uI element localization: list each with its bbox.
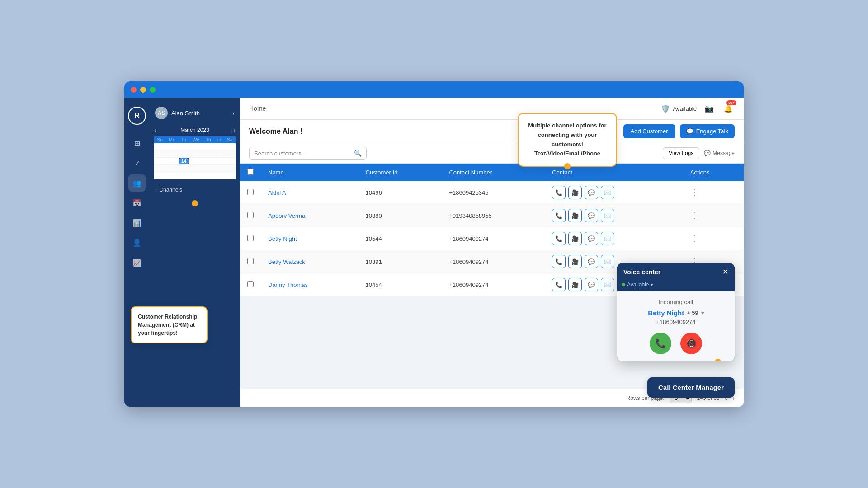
sidebar-icon-users[interactable]: 👥 bbox=[128, 174, 146, 192]
row-checkbox[interactable] bbox=[247, 212, 254, 218]
calendar-day[interactable]: 10 bbox=[214, 150, 224, 158]
calendar-day[interactable]: 26 bbox=[154, 172, 165, 179]
call-button[interactable]: 📞 bbox=[552, 255, 566, 268]
call-button[interactable]: 📞 bbox=[552, 278, 566, 291]
call-button[interactable]: 📞 bbox=[552, 232, 566, 245]
calendar-day[interactable]: 1 bbox=[189, 143, 203, 150]
calendar-day[interactable]: 4 bbox=[224, 143, 236, 150]
vc-caller-chevron: ▾ bbox=[701, 310, 704, 316]
accept-call-button[interactable]: 📞 bbox=[650, 333, 671, 354]
calendar-day[interactable]: 7 bbox=[179, 150, 189, 158]
calendar-day[interactable]: 6 bbox=[165, 150, 179, 158]
sidebar-icon-check[interactable]: ✓ bbox=[128, 155, 146, 172]
contact-actions-cell: 📞 🎥 💬 ✉️ bbox=[545, 227, 683, 250]
sidebar-icon-grid[interactable]: ⊞ bbox=[128, 135, 146, 152]
engage-talk-button[interactable]: 💬 Engage Talk bbox=[680, 124, 735, 138]
calendar-day[interactable]: 9 bbox=[203, 150, 214, 158]
select-all-checkbox[interactable] bbox=[247, 169, 254, 175]
user-profile[interactable]: AS Alan Smith ▾ bbox=[150, 103, 240, 123]
email-button[interactable]: ✉️ bbox=[601, 278, 614, 291]
minimize-traffic-light[interactable] bbox=[140, 87, 146, 93]
calendar-day[interactable]: 11 bbox=[224, 150, 236, 158]
calendar-day[interactable]: 12 bbox=[154, 158, 165, 165]
calendar-day[interactable]: 1 bbox=[224, 172, 236, 179]
calendar-day[interactable]: 16 bbox=[203, 158, 214, 165]
calendar-day[interactable]: 18 bbox=[224, 158, 236, 165]
calendar-day[interactable]: 13 bbox=[165, 158, 179, 165]
video-button[interactable]: 🎥 bbox=[568, 232, 582, 245]
search-input[interactable] bbox=[254, 150, 354, 157]
calendar-day[interactable]: 28 bbox=[179, 172, 189, 179]
video-button[interactable]: 🎥 bbox=[568, 255, 582, 268]
notification-button[interactable]: 📷 bbox=[703, 102, 716, 115]
call-button[interactable]: 📞 bbox=[552, 186, 566, 199]
calendar-prev-button[interactable]: ‹ bbox=[154, 127, 156, 134]
calendar-day[interactable]: 3 bbox=[214, 143, 224, 150]
calendar-day[interactable]: 27 bbox=[165, 172, 179, 179]
bell-button[interactable]: 🔔 99+ bbox=[722, 102, 735, 115]
email-button[interactable]: ✉️ bbox=[601, 186, 614, 199]
voice-center-close-button[interactable]: ✕ bbox=[722, 267, 728, 276]
customer-name-link[interactable]: Danny Thomas bbox=[268, 282, 308, 288]
calendar-day[interactable]: 24 bbox=[214, 165, 224, 172]
more-options-button[interactable]: ⋮ bbox=[690, 234, 698, 243]
calendar-day[interactable]: 14 bbox=[179, 158, 189, 165]
sidebar-icon-calendar[interactable]: 📅 bbox=[128, 194, 146, 211]
calendar-day[interactable]: 21 bbox=[179, 165, 189, 172]
chat-button[interactable]: 💬 bbox=[585, 186, 598, 199]
calendar-day[interactable]: 29 bbox=[189, 172, 203, 179]
calendar-day[interactable]: 26 bbox=[154, 143, 165, 150]
chat-button[interactable]: 💬 bbox=[585, 209, 598, 222]
customer-name-link[interactable]: Betty Night bbox=[268, 235, 297, 242]
vc-status: Available ▾ bbox=[617, 281, 735, 291]
calendar-next-button[interactable]: › bbox=[233, 127, 236, 134]
calendar-day[interactable]: 2 bbox=[203, 143, 214, 150]
calendar-day[interactable]: 31 bbox=[214, 172, 224, 179]
calendar-day[interactable]: 30 bbox=[203, 172, 214, 179]
calendar-day[interactable]: 25 bbox=[224, 165, 236, 172]
sidebar-icon-chart[interactable]: 📊 bbox=[128, 214, 146, 231]
customer-name-link[interactable]: Apoorv Verma bbox=[268, 212, 305, 219]
row-checkbox[interactable] bbox=[247, 189, 254, 195]
calendar-day[interactable]: 22 bbox=[189, 165, 203, 172]
calendar-day[interactable]: 23 bbox=[203, 165, 214, 172]
close-traffic-light[interactable] bbox=[131, 87, 137, 93]
calendar-day[interactable]: 28 bbox=[179, 143, 189, 150]
message-label: Message bbox=[712, 150, 735, 156]
customer-name-link[interactable]: Akhil A bbox=[268, 189, 286, 196]
calendar-day[interactable]: 15 bbox=[189, 158, 203, 165]
calendar-day[interactable]: 20 bbox=[165, 165, 179, 172]
chat-button[interactable]: 💬 bbox=[585, 232, 598, 245]
video-button[interactable]: 🎥 bbox=[568, 186, 582, 199]
chat-button[interactable]: 💬 bbox=[585, 278, 598, 291]
row-checkbox[interactable] bbox=[247, 258, 254, 264]
more-options-button[interactable]: ⋮ bbox=[690, 188, 698, 197]
message-button[interactable]: 💬 Message bbox=[704, 150, 735, 156]
calendar-day[interactable]: 19 bbox=[154, 165, 165, 172]
view-logs-button[interactable]: View Logs bbox=[663, 147, 699, 159]
sidebar-icon-bar-chart[interactable]: 📈 bbox=[128, 254, 146, 271]
email-button[interactable]: ✉️ bbox=[601, 209, 614, 222]
call-center-manager-button[interactable]: Call Center Manager bbox=[647, 377, 735, 398]
customer-name-cell: Akhil A bbox=[261, 181, 359, 204]
chat-button[interactable]: 💬 bbox=[585, 255, 598, 268]
channels-toggle[interactable]: › Channels bbox=[155, 187, 235, 193]
call-button[interactable]: 📞 bbox=[552, 209, 566, 222]
calendar-day[interactable]: 27 bbox=[165, 143, 179, 150]
row-checkbox[interactable] bbox=[247, 281, 254, 287]
vc-status-chevron: ▾ bbox=[651, 282, 653, 288]
maximize-traffic-light[interactable] bbox=[150, 87, 156, 93]
customer-name-link[interactable]: Betty Walzack bbox=[268, 258, 305, 265]
calendar-day[interactable]: 17 bbox=[214, 158, 224, 165]
video-button[interactable]: 🎥 bbox=[568, 209, 582, 222]
sidebar-icon-person[interactable]: 👤 bbox=[128, 234, 146, 251]
email-button[interactable]: ✉️ bbox=[601, 255, 614, 268]
decline-call-button[interactable]: 📵 bbox=[680, 333, 702, 354]
video-button[interactable]: 🎥 bbox=[568, 278, 582, 291]
calendar-day[interactable]: 8 bbox=[189, 150, 203, 158]
calendar-day[interactable]: 5 bbox=[154, 150, 165, 158]
email-button[interactable]: ✉️ bbox=[601, 232, 614, 245]
row-checkbox[interactable] bbox=[247, 235, 254, 241]
add-customer-button[interactable]: Add Customer bbox=[623, 124, 675, 138]
more-options-button[interactable]: ⋮ bbox=[690, 211, 698, 220]
